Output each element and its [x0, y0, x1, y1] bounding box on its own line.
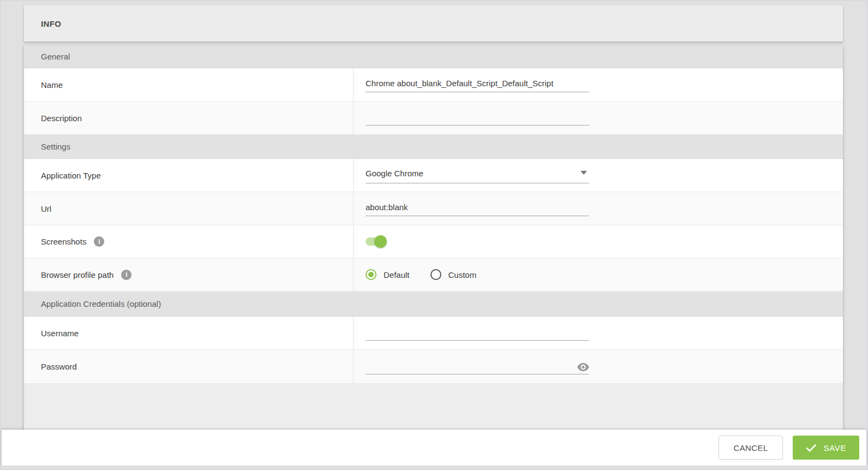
radio-label: Default — [384, 270, 410, 279]
info-panel: INFO General Name Description — [24, 5, 843, 431]
panel-title: INFO — [41, 19, 61, 28]
section-title: Settings — [41, 142, 70, 151]
description-label: Description — [24, 102, 354, 134]
panel-header: INFO — [24, 5, 843, 41]
browser-profile-path-radio-group: Default Custom — [366, 269, 476, 280]
panel-footer-spacer — [24, 384, 843, 431]
description-input[interactable] — [366, 110, 589, 126]
radio-option-custom[interactable]: Custom — [430, 269, 477, 280]
eye-icon[interactable] — [577, 363, 589, 371]
name-input[interactable] — [366, 77, 589, 92]
action-bar: CANCEL SAVE — [2, 430, 866, 466]
row-name: Name — [24, 68, 843, 102]
app-window: INFO General Name Description — [0, 0, 868, 470]
password-label: Password — [24, 350, 354, 383]
url-input[interactable] — [366, 201, 589, 216]
row-description: Description — [24, 102, 843, 135]
browser-profile-path-label: Browser profile path — [41, 270, 113, 279]
toggle-knob — [374, 235, 387, 248]
row-url: Url — [24, 192, 843, 225]
url-label: Url — [24, 192, 354, 225]
section-header-general: General — [24, 45, 843, 68]
radio-option-default[interactable]: Default — [366, 269, 410, 280]
form-table: General Name Description — [24, 45, 843, 431]
row-screenshots: Screenshots i — [24, 225, 843, 258]
info-icon[interactable]: i — [121, 270, 131, 280]
radio-label: Custom — [448, 270, 477, 279]
save-button[interactable]: SAVE — [793, 436, 859, 460]
screenshots-toggle[interactable] — [366, 237, 385, 246]
save-button-label: SAVE — [824, 443, 846, 453]
application-type-select[interactable]: Google Chrome — [366, 167, 589, 183]
row-username: Username — [24, 317, 843, 350]
screenshots-label: Screenshots — [41, 237, 86, 246]
password-input[interactable] — [366, 359, 589, 374]
radio-icon — [366, 269, 376, 280]
username-input[interactable] — [366, 325, 589, 341]
section-header-settings: Settings — [24, 135, 843, 159]
section-title: Application Credentials (optional) — [41, 299, 161, 308]
row-password: Password — [24, 350, 843, 384]
section-header-credentials: Application Credentials (optional) — [24, 291, 843, 317]
application-type-label: Application Type — [24, 159, 354, 192]
name-label: Name — [24, 68, 354, 101]
cancel-button[interactable]: CANCEL — [719, 436, 782, 460]
row-application-type: Application Type Google Chrome — [24, 159, 843, 192]
radio-icon — [430, 269, 441, 280]
username-label: Username — [24, 317, 354, 349]
chevron-down-icon — [580, 171, 587, 175]
application-type-value: Google Chrome — [366, 169, 423, 178]
info-icon[interactable]: i — [94, 236, 104, 247]
row-browser-profile-path: Browser profile path i Default Custom — [24, 258, 843, 291]
section-title: General — [41, 52, 70, 61]
check-icon — [806, 444, 817, 452]
